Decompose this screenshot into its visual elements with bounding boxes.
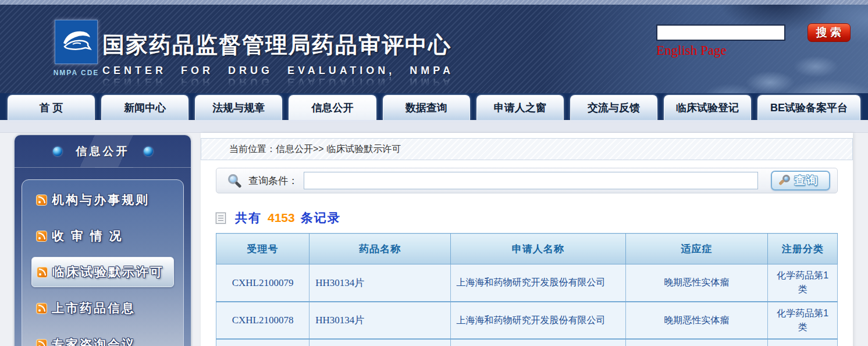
sidebar-item-4[interactable]: 专家咨询会议 bbox=[31, 329, 174, 346]
cell-r1-c0: CXHL2100078 bbox=[216, 302, 310, 339]
nav-tab-8[interactable]: BE试验备案平台 bbox=[757, 95, 860, 120]
results-header-row: 受理号药品名称申请人名称适应症注册分类 bbox=[216, 234, 838, 264]
table-row-0: CXHL2100079HH30134片上海海和药物研究开发股份有限公司晚期恶性实… bbox=[216, 264, 838, 302]
sidebar-item-2[interactable]: 临床试验默示许可 bbox=[31, 257, 174, 287]
nav-tab-6[interactable]: 交流与反馈 bbox=[570, 95, 657, 120]
cell-r1-c4: 化学药品第1类 bbox=[768, 302, 838, 339]
cell-r0-c0: CXHL2100079 bbox=[216, 264, 310, 302]
cell-r1-c3: 晚期恶性实体瘤 bbox=[625, 302, 768, 339]
column-header-4: 注册分类 bbox=[768, 234, 838, 264]
sidebar-item-label: 上市药品信息 bbox=[52, 300, 136, 316]
top-strip bbox=[0, 0, 868, 5]
magnifier-icon bbox=[228, 174, 238, 184]
rss-icon bbox=[36, 231, 47, 242]
query-button-label: 查询 bbox=[795, 173, 819, 188]
sidebar: 信息公开 机构与办事规则收 审 情 况临床试验默示许可上市药品信息专家咨询会议 bbox=[15, 135, 191, 346]
breadcrumb: 当前位置：信息公开>> 临床试验默示许可 bbox=[201, 138, 853, 160]
sidebar-header: 信息公开 bbox=[15, 135, 191, 168]
query-button[interactable]: 查询 bbox=[771, 171, 830, 190]
cde-logo bbox=[55, 20, 98, 64]
nav-tab-1[interactable]: 新闻中心 bbox=[101, 95, 188, 120]
main-panel: 当前位置：信息公开>> 临床试验默示许可 查询条件： 查询 共有 4153 条记… bbox=[201, 133, 853, 346]
sidebar-item-1[interactable]: 收 审 情 况 bbox=[31, 221, 174, 251]
cell-r0-c4: 化学药品第1类 bbox=[768, 264, 838, 302]
orb-icon-left bbox=[53, 147, 62, 156]
sidebar-item-label: 收 审 情 况 bbox=[52, 228, 123, 244]
cell-r0-c3: 晚期恶性实体瘤 bbox=[625, 264, 768, 302]
cell-partial-c3 bbox=[625, 339, 768, 346]
rss-icon bbox=[36, 303, 47, 314]
list-icon bbox=[216, 213, 226, 224]
query-input[interactable] bbox=[304, 172, 758, 189]
nav-tab-3[interactable]: 信息公开 bbox=[289, 95, 376, 120]
site-search-input[interactable] bbox=[656, 24, 785, 41]
table-row-1: CXHL2100078HH30134片上海海和药物研究开发股份有限公司晚期恶性实… bbox=[216, 302, 838, 339]
sidebar-item-0[interactable]: 机构与办事规则 bbox=[31, 185, 174, 215]
query-bar: 查询条件： 查询 bbox=[216, 168, 838, 193]
header-search: 搜索 English Page bbox=[656, 24, 785, 41]
rss-icon bbox=[36, 195, 47, 206]
column-header-0: 受理号 bbox=[216, 234, 310, 264]
sidebar-item-3[interactable]: 上市药品信息 bbox=[31, 293, 174, 323]
logo-caption: NMPA CDE bbox=[50, 69, 102, 77]
cell-r1-c1: HH30134片 bbox=[310, 302, 450, 339]
nav-tab-2[interactable]: 法规与规章 bbox=[195, 95, 282, 120]
nav-tab-4[interactable]: 数据查询 bbox=[383, 95, 470, 120]
site-subtitle: CENTER FOR DRUG EVALUATION, NMPA bbox=[102, 65, 454, 77]
title-block: 国家药品监督管理局药品审评中心 CENTER FOR DRUG EVALUATI… bbox=[102, 30, 454, 88]
site-title: 国家药品监督管理局药品审评中心 bbox=[102, 30, 454, 60]
logo-block: NMPA CDE bbox=[50, 20, 102, 77]
site-header: NMPA CDE 国家药品监督管理局药品审评中心 CENTER FOR DRUG… bbox=[0, 5, 868, 93]
records-summary: 共有 4153 条记录 bbox=[216, 209, 838, 227]
cell-partial-c0 bbox=[216, 339, 310, 346]
fish-logo-icon bbox=[59, 24, 94, 59]
query-button-magnifier-icon bbox=[782, 175, 790, 182]
cell-partial-c1 bbox=[310, 339, 450, 346]
sidebar-title: 信息公开 bbox=[76, 144, 130, 159]
page: NMPA CDE 国家药品监督管理局药品审评中心 CENTER FOR DRUG… bbox=[0, 0, 868, 346]
orb-icon-right bbox=[144, 147, 153, 156]
cell-r0-c2: 上海海和药物研究开发股份有限公司 bbox=[450, 264, 625, 302]
english-page-link[interactable]: English Page bbox=[656, 43, 727, 58]
nav-tab-5[interactable]: 申请人之窗 bbox=[476, 95, 564, 120]
site-subtitle-reflection: CENTER FOR DRUG EVALUATION, NMPA bbox=[102, 76, 454, 88]
records-prefix: 共有 bbox=[235, 210, 262, 226]
nav-bottom-strip bbox=[0, 120, 868, 133]
table-row-partial bbox=[216, 339, 838, 346]
cell-r1-c2: 上海海和药物研究开发股份有限公司 bbox=[450, 302, 625, 339]
sidebar-item-label: 专家咨询会议 bbox=[52, 336, 136, 346]
results-body: CXHL2100079HH30134片上海海和药物研究开发股份有限公司晚期恶性实… bbox=[216, 264, 838, 346]
column-header-3: 适应症 bbox=[625, 234, 768, 264]
sidebar-menu: 机构与办事规则收 审 情 况临床试验默示许可上市药品信息专家咨询会议 bbox=[22, 179, 184, 346]
results-table: 受理号药品名称申请人名称适应症注册分类 CXHL2100079HH30134片上… bbox=[216, 233, 838, 346]
nav-tab-7[interactable]: 临床试验登记 bbox=[664, 95, 751, 120]
records-suffix: 条记录 bbox=[301, 210, 341, 226]
rss-icon bbox=[36, 339, 47, 346]
nav-tab-0[interactable]: 首 页 bbox=[8, 95, 95, 120]
records-count: 4153 bbox=[268, 211, 295, 225]
sidebar-item-label: 临床试验默示许可 bbox=[52, 264, 164, 280]
cell-partial-c2 bbox=[450, 339, 625, 346]
site-search-button[interactable]: 搜索 bbox=[807, 23, 851, 42]
nav-tabs: 首 页新闻中心法规与规章信息公开数据查询申请人之窗交流与反馈临床试验登记BE试验… bbox=[0, 93, 868, 120]
content-row: 信息公开 机构与办事规则收 审 情 况临床试验默示许可上市药品信息专家咨询会议 … bbox=[0, 133, 868, 346]
column-header-2: 申请人名称 bbox=[450, 234, 625, 264]
column-header-1: 药品名称 bbox=[310, 234, 450, 264]
sidebar-item-label: 机构与办事规则 bbox=[52, 192, 150, 208]
cell-r0-c1: HH30134片 bbox=[310, 264, 450, 302]
query-label: 查询条件： bbox=[248, 174, 298, 188]
cell-partial-c4 bbox=[768, 339, 838, 346]
rss-icon bbox=[37, 267, 48, 278]
